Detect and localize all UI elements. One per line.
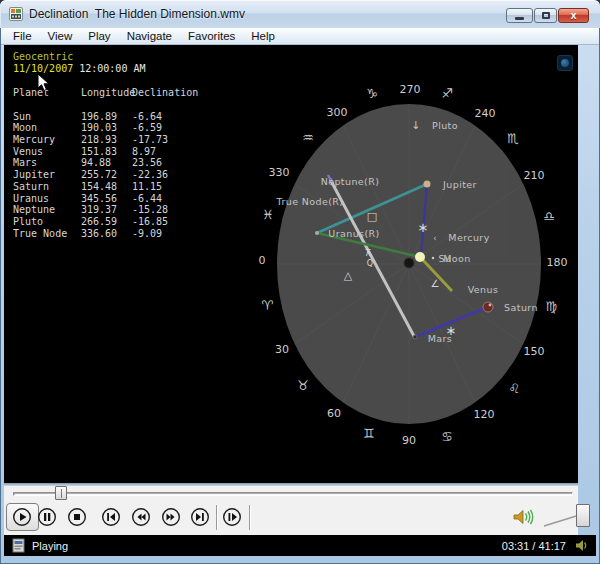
title-bar[interactable]: Declination The Hidden Dimension.wmv x <box>0 0 600 28</box>
menu-navigate[interactable]: Navigate <box>119 29 180 43</box>
table-row: Jupiter255.72-22.36 <box>13 169 202 181</box>
deg-0: 0 <box>259 254 266 267</box>
jupiter-label: Jupiter <box>442 179 477 190</box>
play-icon <box>12 507 32 527</box>
table-row: Neptune319.37-15.28 <box>13 204 202 216</box>
play-button[interactable] <box>12 507 32 527</box>
table-row: Pluto266.59-16.85 <box>13 216 202 228</box>
maximize-button[interactable] <box>534 8 557 23</box>
true-node-dot <box>315 231 319 235</box>
time-position: 03:31 / 41:17 <box>502 540 566 552</box>
stop-icon <box>67 507 87 527</box>
menu-favorites[interactable]: Favorites <box>180 29 243 43</box>
status-speaker-icon <box>575 539 589 552</box>
maximize-icon <box>542 12 550 19</box>
mercury-label: Mercury <box>448 232 489 243</box>
planet-table: Planet Longitude Declination Sun196.89-6… <box>13 87 202 239</box>
table-row: Saturn154.4811.15 <box>13 181 202 193</box>
transport-controls <box>4 486 578 535</box>
sagittarius-icon: ♐ <box>441 86 453 101</box>
true-node-label: True Node(R) <box>276 196 344 207</box>
frame-time: 12:00:00 AM <box>79 63 145 74</box>
skip-back-button[interactable] <box>101 507 121 527</box>
frame-mode-label: Geocentric <box>13 51 73 62</box>
deg-270: 270 <box>400 83 421 96</box>
trine-aspect-icon: △ <box>344 269 353 282</box>
menu-help[interactable]: Help <box>243 29 283 43</box>
uranus-label: Uranus(R) <box>328 228 379 239</box>
menu-play[interactable]: Play <box>80 29 118 43</box>
deg-210: 210 <box>524 169 545 182</box>
cancer-icon: ♋ <box>441 429 453 444</box>
close-icon: x <box>570 10 576 21</box>
col-declination: Declination <box>132 87 202 99</box>
button-separator <box>216 505 217 530</box>
moon-dot <box>432 257 434 259</box>
volume-speaker-icon[interactable] <box>512 507 536 527</box>
fast-forward-button[interactable] <box>161 507 181 527</box>
window-title: Declination The Hidden Dimension.wmv <box>29 7 245 21</box>
rewind-button[interactable] <box>131 507 151 527</box>
deg-180: 180 <box>547 256 568 269</box>
gemini-icon: ♊ <box>363 426 375 441</box>
video-display[interactable]: 270 240 210 180 150 120 90 60 30 0 330 3… <box>4 45 578 483</box>
venus-highlight <box>489 304 492 307</box>
stop-button[interactable] <box>67 507 87 527</box>
pause-icon <box>37 507 57 527</box>
table-row: Venus151.838.97 <box>13 146 202 158</box>
earth-dot <box>404 258 414 268</box>
menu-file[interactable]: File <box>5 29 40 43</box>
venus-label: Venus <box>468 284 499 295</box>
table-row: Sun196.89-6.64 <box>13 111 202 123</box>
deg-90: 90 <box>402 434 416 447</box>
skip-back-icon <box>101 507 121 527</box>
pluto-label: Pluto <box>432 120 458 131</box>
playback-state: Playing <box>32 540 68 552</box>
quincunx-aspect-icon: ⊼ <box>365 248 372 258</box>
deg-120: 120 <box>474 408 495 421</box>
deg-300: 300 <box>327 106 348 119</box>
down-arrow-icon: ↓ <box>411 119 421 132</box>
app-icon <box>9 7 23 21</box>
close-button[interactable]: x <box>558 8 589 23</box>
square-aspect-icon: □ <box>367 210 377 223</box>
venus-dot <box>483 302 493 312</box>
volume-thumb[interactable] <box>576 504 590 527</box>
logo-circle-icon <box>561 59 569 67</box>
seek-bar[interactable] <box>13 492 573 496</box>
taurus-icon: ♉ <box>297 378 309 393</box>
sun-dot <box>415 252 425 262</box>
table-row: Uranus345.56-6.44 <box>13 193 202 205</box>
frame-datetime: 11/10/2007 12:00:00 AM <box>13 63 145 74</box>
sesquiquadrate-aspect-icon: Q <box>367 259 373 268</box>
status-bar: Playing 03:31 / 41:17 <box>4 535 596 556</box>
aquarius-icon: ♒ <box>302 130 314 145</box>
neptune-label: Neptune(R) <box>321 176 380 187</box>
aries-icon: ♈ <box>261 298 273 313</box>
seek-thumb[interactable] <box>55 486 67 500</box>
sextile-aspect-icon-2: ∗ <box>446 323 457 338</box>
menu-bar: File View Play Navigate Favorites Help <box>1 28 599 45</box>
deg-330: 330 <box>269 166 290 179</box>
leo-icon: ♌ <box>508 381 520 396</box>
deg-60: 60 <box>327 407 341 420</box>
table-row: Moon190.03-6.59 <box>13 122 202 134</box>
media-status-icon <box>12 538 25 553</box>
saturn-label: Saturn <box>504 302 538 313</box>
skip-forward-button[interactable] <box>190 507 210 527</box>
step-button[interactable] <box>222 507 242 527</box>
pisces-icon: ♓ <box>262 207 274 222</box>
mouse-cursor <box>37 73 50 92</box>
semisquare-aspect-icon: ∠ <box>431 278 440 289</box>
capricorn-icon: ♑ <box>366 86 378 101</box>
deg-150: 150 <box>524 345 545 358</box>
deg-240: 240 <box>475 107 496 120</box>
minimize-button[interactable] <box>506 8 533 23</box>
mercury-tick-icon: ‹ <box>433 234 437 243</box>
menu-view[interactable]: View <box>40 29 81 43</box>
table-row: Mercury218.93-17.73 <box>13 134 202 146</box>
rewind-icon <box>131 507 151 527</box>
table-row: Mars94.8823.56 <box>13 157 202 169</box>
pause-button[interactable] <box>37 507 57 527</box>
media-player-window: Declination The Hidden Dimension.wmv x F… <box>0 0 600 564</box>
